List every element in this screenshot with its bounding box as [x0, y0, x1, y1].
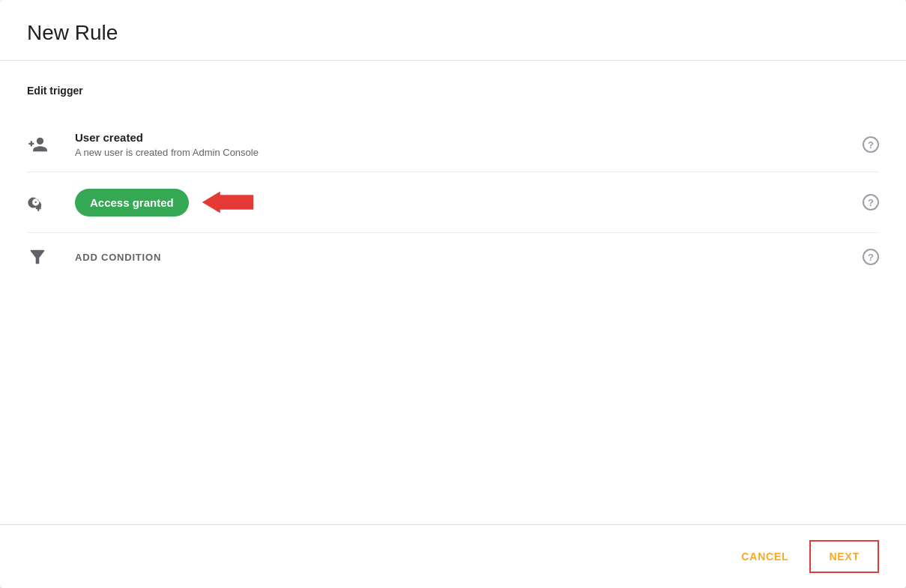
trigger-row-user-created: User created A new user is created from …	[27, 118, 879, 172]
page-title: New Rule	[27, 21, 879, 45]
cancel-button[interactable]: CANCEL	[726, 542, 803, 572]
access-granted-button[interactable]: Access granted	[75, 189, 189, 216]
dialog-body: Edit trigger User created A new user is …	[0, 61, 906, 524]
add-condition-content: ADD CONDITION	[69, 250, 863, 264]
key-icon	[27, 192, 69, 213]
add-condition-label[interactable]: ADD CONDITION	[75, 252, 161, 263]
user-plus-icon	[27, 134, 69, 155]
user-created-help-icon[interactable]: ?	[863, 136, 879, 153]
section-label: Edit trigger	[27, 85, 879, 97]
filter-icon	[27, 246, 69, 267]
arrow-annotation	[201, 186, 261, 219]
dialog-header: New Rule	[0, 0, 906, 61]
dialog-footer: CANCEL NEXT	[0, 524, 906, 588]
user-created-content: User created A new user is created from …	[69, 131, 863, 158]
user-created-desc: A new user is created from Admin Console	[75, 147, 863, 158]
user-created-title: User created	[75, 131, 863, 144]
trigger-row-access-granted: Access granted ?	[27, 172, 879, 233]
access-granted-content: Access granted	[69, 186, 863, 219]
access-granted-help-icon[interactable]: ?	[863, 194, 879, 210]
new-rule-dialog: New Rule Edit trigger User created A new…	[0, 0, 906, 588]
trigger-row-add-condition: ADD CONDITION ?	[27, 233, 879, 281]
svg-marker-0	[201, 190, 254, 214]
add-condition-help-icon[interactable]: ?	[863, 249, 879, 265]
next-button[interactable]: NEXT	[809, 540, 879, 573]
